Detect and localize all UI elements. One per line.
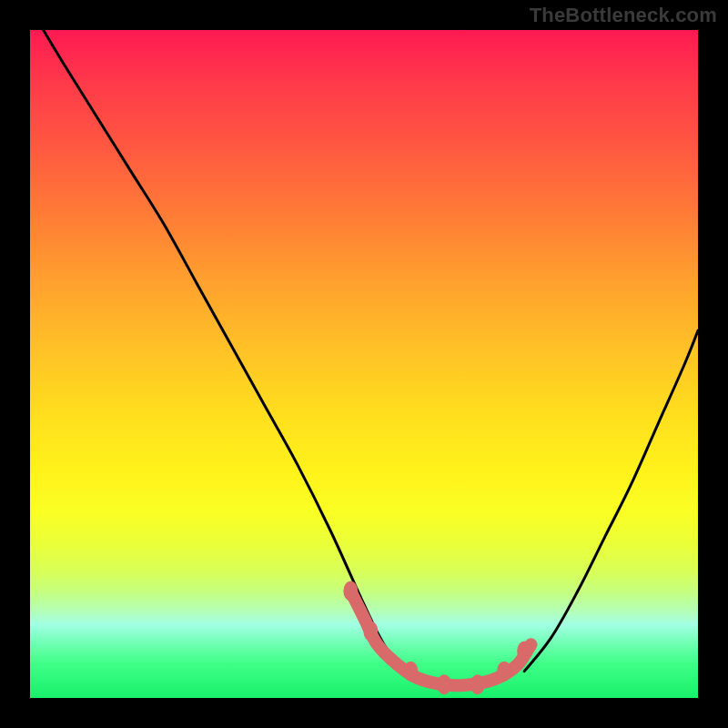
highlight-dot [437,674,451,694]
highlight-dot [343,581,358,602]
highlight-dot [497,662,511,682]
left-curve [44,30,404,672]
curve-overlay [30,30,698,698]
highlight-dot [363,622,378,642]
highlight-dot [403,662,418,682]
right-curve [524,330,698,671]
highlight-dot [517,642,531,662]
chart-frame: TheBottleneck.com [0,0,728,728]
highlight-dot [470,674,485,694]
watermark-text: TheBottleneck.com [530,4,717,27]
plot-area [30,30,698,698]
